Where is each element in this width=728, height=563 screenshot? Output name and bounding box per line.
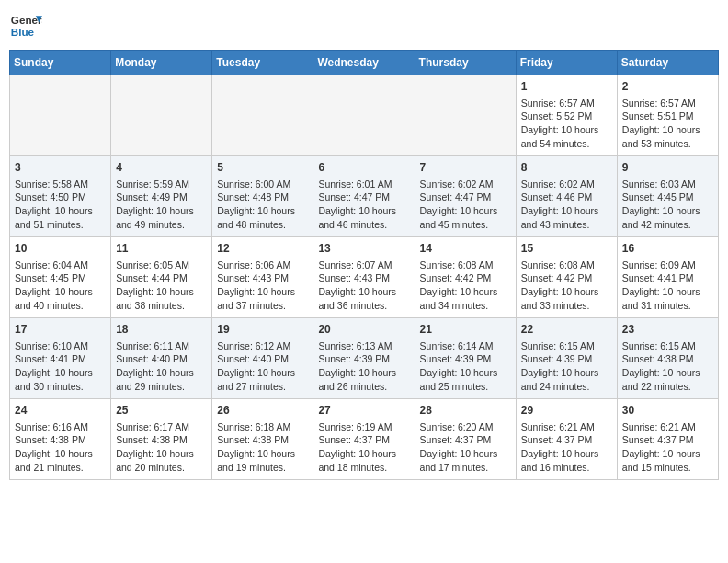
day-info: and 45 minutes. — [420, 218, 511, 232]
day-info: Sunset: 4:37 PM — [521, 433, 612, 447]
day-info: Daylight: 10 hours — [15, 285, 106, 299]
calendar-day-cell: 25Sunrise: 6:17 AMSunset: 4:38 PMDayligh… — [111, 399, 212, 480]
day-info: Sunset: 5:51 PM — [622, 109, 713, 123]
day-info: Sunset: 4:50 PM — [15, 190, 106, 204]
day-info: Daylight: 10 hours — [420, 366, 511, 380]
day-info: and 19 minutes. — [217, 461, 308, 475]
day-info: and 37 minutes. — [217, 299, 308, 313]
day-number: 17 — [15, 322, 106, 338]
day-info: Sunrise: 6:20 AM — [420, 420, 511, 434]
calendar-day-cell — [415, 75, 516, 156]
day-info: and 26 minutes. — [318, 380, 409, 394]
calendar-table: SundayMondayTuesdayWednesdayThursdayFrid… — [9, 50, 719, 480]
day-info: Sunrise: 6:06 AM — [217, 259, 308, 272]
calendar-day-cell — [313, 75, 415, 156]
day-info: Daylight: 10 hours — [116, 204, 207, 218]
day-info: Sunrise: 5:58 AM — [15, 178, 106, 191]
day-info: Sunrise: 6:13 AM — [318, 339, 409, 353]
day-of-week-header: Friday — [516, 51, 617, 75]
svg-text:Blue: Blue — [11, 26, 35, 38]
day-number: 9 — [622, 160, 713, 176]
day-info: and 36 minutes. — [318, 299, 409, 313]
day-info: and 16 minutes. — [521, 461, 612, 475]
day-number: 14 — [420, 241, 511, 257]
calendar-day-cell: 12Sunrise: 6:06 AMSunset: 4:43 PMDayligh… — [212, 237, 313, 318]
calendar-day-cell: 20Sunrise: 6:13 AMSunset: 4:39 PMDayligh… — [313, 318, 415, 399]
day-info: and 49 minutes. — [116, 218, 207, 232]
day-number: 6 — [318, 160, 409, 176]
day-info: Sunset: 4:40 PM — [217, 352, 308, 366]
day-number: 24 — [15, 403, 106, 419]
day-number: 25 — [116, 403, 207, 419]
day-info: Daylight: 10 hours — [116, 285, 207, 299]
calendar-day-cell — [212, 75, 313, 156]
day-info: Sunrise: 6:03 AM — [622, 178, 713, 191]
page-header: General Blue — [9, 9, 719, 42]
calendar-day-cell: 8Sunrise: 6:02 AMSunset: 4:46 PMDaylight… — [516, 156, 617, 237]
day-info: Sunset: 4:39 PM — [521, 352, 612, 366]
day-info: Sunset: 4:39 PM — [318, 352, 409, 366]
day-of-week-header: Wednesday — [313, 51, 415, 75]
day-info: Daylight: 10 hours — [318, 366, 409, 380]
day-info: Daylight: 10 hours — [521, 204, 612, 218]
day-info: Daylight: 10 hours — [521, 366, 612, 380]
day-info: Sunset: 4:47 PM — [420, 190, 511, 204]
day-info: Daylight: 10 hours — [116, 366, 207, 380]
day-info: and 22 minutes. — [622, 380, 713, 394]
day-info: and 33 minutes. — [521, 299, 612, 313]
day-info: Sunrise: 6:11 AM — [116, 339, 207, 353]
day-info: and 15 minutes. — [622, 461, 713, 475]
day-info: Sunset: 4:49 PM — [116, 190, 207, 204]
calendar-day-cell: 17Sunrise: 6:10 AMSunset: 4:41 PMDayligh… — [10, 318, 111, 399]
calendar-day-cell: 24Sunrise: 6:16 AMSunset: 4:38 PMDayligh… — [10, 399, 111, 480]
calendar-day-cell: 27Sunrise: 6:19 AMSunset: 4:37 PMDayligh… — [313, 399, 415, 480]
calendar-day-cell: 11Sunrise: 6:05 AMSunset: 4:44 PMDayligh… — [111, 237, 212, 318]
day-of-week-header: Tuesday — [212, 51, 313, 75]
day-info: Sunrise: 6:15 AM — [622, 339, 713, 353]
day-number: 27 — [318, 403, 409, 419]
day-info: and 20 minutes. — [116, 461, 207, 475]
day-info: and 34 minutes. — [420, 299, 511, 313]
day-info: Daylight: 10 hours — [420, 447, 511, 461]
day-info: Daylight: 10 hours — [217, 366, 308, 380]
calendar-day-cell: 4Sunrise: 5:59 AMSunset: 4:49 PMDaylight… — [111, 156, 212, 237]
day-info: and 27 minutes. — [217, 380, 308, 394]
calendar-day-cell — [10, 75, 111, 156]
day-info: Sunrise: 6:17 AM — [116, 420, 207, 434]
day-info: Sunset: 4:41 PM — [622, 271, 713, 285]
calendar-day-cell: 23Sunrise: 6:15 AMSunset: 4:38 PMDayligh… — [617, 318, 718, 399]
day-info: Daylight: 10 hours — [318, 447, 409, 461]
day-info: Sunset: 4:38 PM — [217, 433, 308, 447]
day-info: and 30 minutes. — [15, 380, 106, 394]
day-number: 20 — [318, 322, 409, 338]
day-info: Sunset: 4:39 PM — [420, 352, 511, 366]
day-info: and 21 minutes. — [15, 461, 106, 475]
day-number: 26 — [217, 403, 308, 419]
day-info: Daylight: 10 hours — [318, 285, 409, 299]
day-info: and 29 minutes. — [116, 380, 207, 394]
day-info: Sunrise: 6:57 AM — [622, 97, 713, 110]
day-of-week-header: Monday — [111, 51, 212, 75]
day-info: and 43 minutes. — [521, 218, 612, 232]
day-info: Sunrise: 6:14 AM — [420, 339, 511, 353]
day-info: and 42 minutes. — [622, 218, 713, 232]
day-number: 28 — [420, 403, 511, 419]
calendar-day-cell: 5Sunrise: 6:00 AMSunset: 4:48 PMDaylight… — [212, 156, 313, 237]
day-info: Sunset: 4:38 PM — [15, 433, 106, 447]
day-number: 13 — [318, 241, 409, 257]
day-info: Daylight: 10 hours — [622, 123, 713, 137]
day-number: 19 — [217, 322, 308, 338]
day-info: Sunrise: 6:07 AM — [318, 259, 409, 272]
day-of-week-header: Saturday — [617, 51, 718, 75]
day-info: and 31 minutes. — [622, 299, 713, 313]
day-number: 7 — [420, 160, 511, 176]
day-info: and 40 minutes. — [15, 299, 106, 313]
day-info: Daylight: 10 hours — [15, 204, 106, 218]
day-number: 30 — [622, 403, 713, 419]
day-info: and 38 minutes. — [116, 299, 207, 313]
day-info: Daylight: 10 hours — [622, 366, 713, 380]
day-info: Sunset: 4:40 PM — [116, 352, 207, 366]
calendar-day-cell: 1Sunrise: 6:57 AMSunset: 5:52 PMDaylight… — [516, 75, 617, 156]
day-info: Sunset: 4:38 PM — [116, 433, 207, 447]
day-info: Daylight: 10 hours — [420, 285, 511, 299]
